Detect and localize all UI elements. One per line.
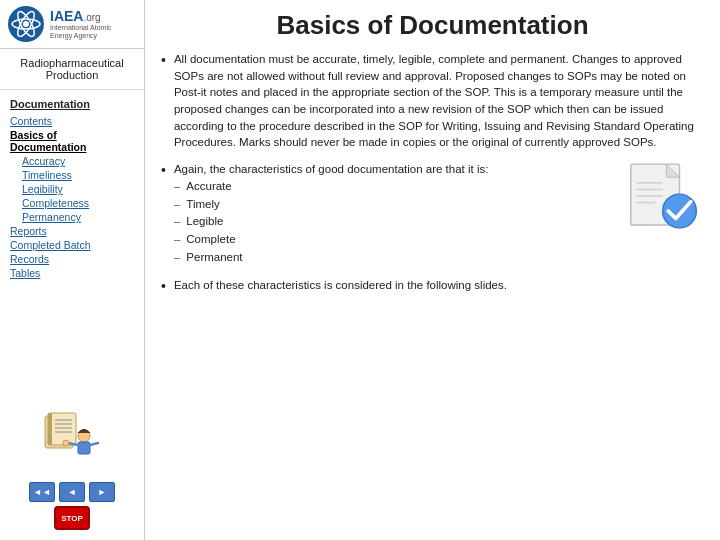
logo-area: IAEA .org International AtomicEnergy Age… xyxy=(0,0,144,49)
logo-iaea-label: IAEA xyxy=(50,8,83,24)
nav-accuracy[interactable]: Accuracy xyxy=(10,154,134,168)
dash-1: – xyxy=(174,178,180,196)
svg-line-15 xyxy=(90,443,98,445)
bullet-2-content: Again, the characteristics of good docum… xyxy=(174,161,704,267)
char-permanent: – Permanent xyxy=(174,249,489,267)
nav-back-back-button[interactable]: ◄◄ xyxy=(29,482,55,502)
nav-reports[interactable]: Reports xyxy=(10,224,134,238)
char-legible-text: Legible xyxy=(186,213,223,231)
nav-contents[interactable]: Contents xyxy=(10,114,134,128)
main-content: Basics of Documentation • All documentat… xyxy=(145,0,720,540)
bullet-1-block: • All documentation must be accurate, ti… xyxy=(161,51,704,151)
stop-btn-area: STOP xyxy=(54,506,90,540)
char-accurate: – Accurate xyxy=(174,178,489,196)
content-body: • All documentation must be accurate, ti… xyxy=(161,51,704,530)
svg-rect-13 xyxy=(78,442,90,454)
logo-text: IAEA .org International AtomicEnergy Age… xyxy=(50,8,111,40)
bullet-3-marker: • xyxy=(161,278,166,294)
documentation-label: Documentation xyxy=(10,98,134,110)
char-permanent-text: Permanent xyxy=(186,249,242,267)
logo-org: .org xyxy=(83,12,100,23)
bullet-1-marker: • xyxy=(161,52,166,68)
book-person-icon xyxy=(40,408,105,468)
char-timely: – Timely xyxy=(174,196,489,214)
bullet-2-block: • Again, the characteristics of good doc… xyxy=(161,161,704,267)
characteristics-list: – Accurate – Timely – Legible – xyxy=(174,178,489,267)
dash-5: – xyxy=(174,249,180,267)
page-title: Basics of Documentation xyxy=(161,10,704,41)
svg-rect-7 xyxy=(48,413,52,445)
bullet-3-text: Each of these characteristics is conside… xyxy=(174,277,507,294)
nav-buttons: ◄◄ ◄ ► xyxy=(0,476,144,506)
bullet-2-list: Again, the characteristics of good docum… xyxy=(174,161,489,267)
svg-point-16 xyxy=(63,440,69,446)
char-complete: – Complete xyxy=(174,231,489,249)
nav-records[interactable]: Records xyxy=(10,252,134,266)
nav-forward-button[interactable]: ► xyxy=(89,482,115,502)
nav-completeness[interactable]: Completeness xyxy=(10,196,134,210)
sidebar-title-text: RadiopharmaceuticalProduction xyxy=(20,57,123,81)
char-timely-text: Timely xyxy=(186,196,219,214)
nav-basics-of-documentation[interactable]: Basics of Documentation xyxy=(10,128,134,154)
dash-2: – xyxy=(174,196,180,214)
bullet-3-block: • Each of these characteristics is consi… xyxy=(161,277,704,294)
logo-icon xyxy=(8,6,44,42)
icon-area xyxy=(0,398,144,476)
char-legible: – Legible xyxy=(174,213,489,231)
nav-completed-batch[interactable]: Completed Batch xyxy=(10,238,134,252)
nav-tables[interactable]: Tables xyxy=(10,266,134,280)
nav-timeliness[interactable]: Timeliness xyxy=(10,168,134,182)
stop-button[interactable]: STOP xyxy=(54,506,90,530)
nav-back-button[interactable]: ◄ xyxy=(59,482,85,502)
char-accurate-text: Accurate xyxy=(186,178,231,196)
checkmark-icon xyxy=(627,161,702,231)
dash-4: – xyxy=(174,231,180,249)
nav-permanency[interactable]: Permanency xyxy=(10,210,134,224)
dash-3: – xyxy=(174,213,180,231)
svg-point-1 xyxy=(23,21,29,27)
nav-legibility[interactable]: Legibility xyxy=(10,182,134,196)
checkmark-area xyxy=(624,161,704,231)
bullet-2-intro: Again, the characteristics of good docum… xyxy=(174,161,489,178)
svg-rect-6 xyxy=(48,413,76,445)
bullet-2-marker: • xyxy=(161,162,166,178)
nav-area: Documentation Contents Basics of Documen… xyxy=(0,90,144,398)
sidebar-title: RadiopharmaceuticalProduction xyxy=(0,49,144,90)
bullet-1-text: All documentation must be accurate, time… xyxy=(174,51,704,151)
sidebar: IAEA .org International AtomicEnergy Age… xyxy=(0,0,145,540)
logo-subtitle: International AtomicEnergy Agency xyxy=(50,24,111,40)
char-complete-text: Complete xyxy=(186,231,235,249)
